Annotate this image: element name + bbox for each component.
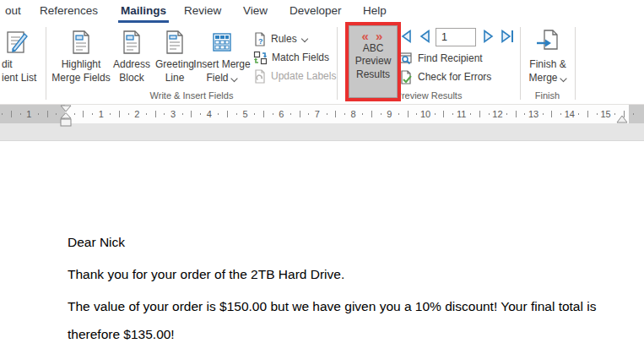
right-indent-marker[interactable] [617,116,627,122]
highlight-merge-fields-label: Highlight [62,58,101,71]
word-window: out References Mailings Review View Deve… [0,0,644,343]
find-recipient-icon [399,52,414,65]
document-line: therefore $135.00! [68,320,619,343]
check-for-errors-icon [399,70,414,84]
insert-merge-field-label: Insert Merge [193,58,250,71]
update-labels-button: Update Labels [253,68,336,84]
finish-and-merge-button[interactable]: Finish & Merge [523,25,572,100]
document-merge-field-icon [52,29,110,56]
preview-results-label: Preview [355,54,392,68]
previous-record-button[interactable] [416,28,433,45]
document-line: The value of your order is $150.00 but w… [68,292,619,320]
document-line: Dear Nick [68,228,619,256]
edit-recipient-list-button[interactable]: dit ient List [0,25,39,100]
document-address-icon [110,29,154,56]
edit-recipient-list-label: ient List [2,72,36,84]
abc-icon: ABC [363,42,384,54]
preview-chevrons-icon: « » [362,30,385,42]
edit-recipient-list-label: dit [2,58,13,71]
record-number-input[interactable] [436,28,476,46]
highlight-merge-fields-label: Merge Fields [51,72,110,84]
ruler-markers [0,105,644,140]
last-record-button[interactable] [499,28,516,45]
first-line-indent-marker[interactable] [61,106,71,112]
match-fields-button[interactable]: Match Fields [253,49,329,66]
finish-and-merge-label: Merge [528,72,566,84]
group-separator [337,27,338,100]
tab-view[interactable]: View [241,0,270,23]
match-fields-label: Match Fields [272,52,329,63]
highlight-merge-fields-button[interactable]: Highlight Merge Fields [52,25,110,100]
group-separator [575,27,576,100]
rules-label: Rules [271,33,297,45]
document-greeting-icon [154,29,196,56]
check-for-errors-label: Check for Errors [418,71,491,83]
update-labels-icon [253,69,267,84]
chevron-down-icon [231,75,238,82]
edit-recipient-list-icon [0,29,39,56]
finish-and-merge-label: Finish & [529,58,566,71]
address-block-label: Address [113,58,150,71]
next-record-button[interactable] [480,28,497,45]
document-paragraph: The value of your order is $150.00 but w… [68,292,619,343]
document-page[interactable]: Dear Nick Thank you for your order of th… [0,140,644,343]
tab-developer[interactable]: Developer [287,0,344,23]
address-block-button[interactable]: Address Block [110,25,154,100]
group-label-finish: Finish [520,90,575,101]
find-recipient-button[interactable]: Find Recipient [399,50,483,67]
tab-help[interactable]: Help [360,0,389,23]
preview-results-label: Results [356,68,390,81]
mailings-ribbon: dit ient List Highlight Merge Fields [0,24,644,105]
greeting-line-label: Greeting [155,58,194,71]
match-fields-icon [253,51,268,65]
tab-review[interactable]: Review [181,0,224,23]
address-block-label: Block [119,72,143,84]
highlight-annotation-box: « » ABC Preview Results [345,22,401,101]
ruler-strip: 1123456789101112131415 [0,105,644,140]
chevron-down-icon [301,35,308,42]
check-for-errors-button[interactable]: Check for Errors [399,68,491,85]
hanging-indent-marker[interactable] [61,113,71,127]
update-labels-label: Update Labels [271,70,336,82]
greeting-line-label: Line [165,72,185,84]
first-record-button[interactable] [397,28,414,45]
chevron-down-icon [560,75,567,82]
tab-mailings[interactable]: Mailings [118,0,169,23]
rules-icon: ? [253,32,267,46]
find-recipient-label: Find Recipient [418,52,483,64]
svg-text:?: ? [258,37,263,46]
finish-merge-icon [523,29,572,56]
merge-field-grid-icon [196,29,248,56]
preview-results-button[interactable]: « » ABC Preview Results [349,25,398,98]
insert-merge-field-button[interactable]: Insert Merge Field [196,25,248,100]
tab-layout-partial[interactable]: out [3,0,24,23]
ribbon-tab-bar: out References Mailings Review View Deve… [0,0,644,24]
group-separator [46,27,46,100]
insert-merge-field-label: Field [206,72,237,84]
document-line: Thank you for your order of the 2TB Hard… [68,260,619,288]
rules-button[interactable]: ? Rules [253,30,308,47]
group-separator [520,27,521,100]
group-label-write-insert-fields: Write & Insert Fields [46,90,338,101]
tab-references[interactable]: References [37,0,100,23]
greeting-line-button[interactable]: Greeting Line [154,25,196,100]
